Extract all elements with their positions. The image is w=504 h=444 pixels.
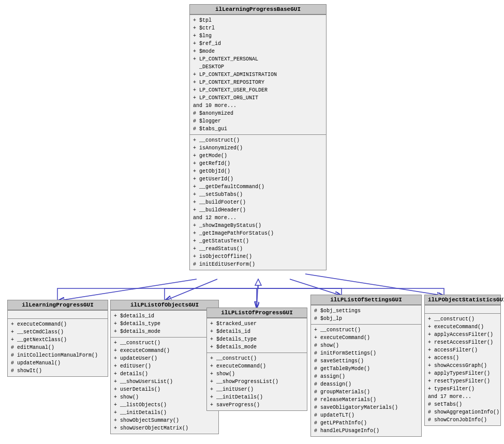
svg-line-1	[165, 279, 217, 301]
class-base-methods: + __construct() + isAnonymized() + getMo…	[190, 134, 326, 270]
class-base: ilLearningProgressBaseGUI + $tpl + $ctrl…	[189, 4, 327, 270]
class-base-attributes: + $tpl + $ctrl + $lng + $ref_id + $mode …	[190, 14, 326, 134]
class-list-progress: ilLPListOfProgressGUI + $tracked_user + …	[206, 308, 307, 411]
class-base-name: ilLearningProgressBaseGUI	[215, 6, 301, 12]
class-lp-gui: ilLearningProgressGUI + executeCommand()…	[7, 300, 108, 377]
diagram-container: ilLearningProgressBaseGUI + $tpl + $ctrl…	[0, 0, 504, 444]
class-list-progress-header: ilLPListOfProgressGUI	[207, 308, 307, 318]
svg-line-2	[257, 279, 258, 309]
class-list-settings-attributes: # $obj_settings # $obj_lp	[311, 305, 421, 324]
class-lp-gui-methods: + executeCommand() + __setCmdClass() + _…	[8, 318, 108, 376]
class-object-stats-attributes	[425, 305, 500, 313]
class-list-objects-attributes: + $details_id + $details_type + $details…	[111, 310, 218, 337]
class-list-objects-header: ilLPListOfObjectsGUI	[111, 300, 218, 310]
svg-line-4	[305, 274, 444, 296]
class-list-objects-methods: + __construct() + executeCommand() + upd…	[111, 337, 218, 434]
svg-line-3	[290, 279, 342, 296]
class-list-settings-header: ilLPListOfSettingsGUI	[311, 295, 421, 305]
class-lp-gui-header: ilLearningProgressGUI	[8, 300, 108, 310]
class-list-progress-methods: + __construct() + executeCommand() + sho…	[207, 353, 307, 410]
class-object-stats: ilLPObjectStatisticsGUI + __construct() …	[424, 295, 501, 426]
class-list-progress-name: ilLPListOfProgressGUI	[221, 310, 293, 316]
svg-marker-5	[255, 279, 261, 285]
class-list-settings-name: ilLPListOfSettingsGUI	[330, 297, 402, 303]
svg-line-0	[57, 279, 197, 301]
class-list-objects: ilLPListOfObjectsGUI + $details_id + $de…	[110, 300, 219, 434]
class-lp-gui-name: ilLearningProgressGUI	[22, 302, 94, 308]
class-list-settings-methods: + __construct() + executeCommand() # sho…	[311, 324, 421, 436]
class-lp-gui-attributes	[8, 310, 108, 318]
class-list-objects-name: ilLPListOfObjectsGUI	[130, 302, 199, 308]
class-object-stats-methods: + __construct() + executeCommand() + app…	[425, 313, 500, 425]
class-list-settings: ilLPListOfSettingsGUI # $obj_settings # …	[310, 295, 422, 437]
class-object-stats-header: ilLPObjectStatisticsGUI	[425, 295, 500, 305]
class-object-stats-name: ilLPObjectStatisticsGUI	[428, 297, 504, 303]
class-list-progress-attributes: + $tracked_user + $details_id + $details…	[207, 318, 307, 353]
class-base-header: ilLearningProgressBaseGUI	[190, 5, 326, 14]
